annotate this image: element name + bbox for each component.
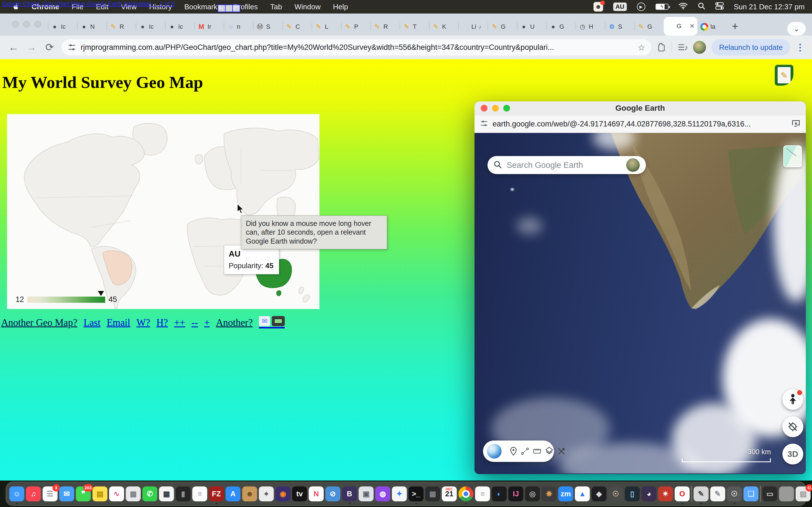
menu-item[interactable]: Help [333, 3, 348, 11]
earth-zoom-button[interactable] [503, 105, 510, 112]
site-settings-icon[interactable] [68, 43, 76, 52]
browser-tab[interactable]: ✎ C [283, 18, 312, 36]
close-window-button[interactable] [12, 21, 18, 27]
dock-item[interactable]: ◕ [642, 487, 656, 501]
browser-tab[interactable]: ✎ P [341, 18, 370, 36]
dock-item[interactable]: ✎ [710, 487, 725, 501]
browser-tab[interactable]: ✎ L [312, 18, 341, 36]
dock-item[interactable]: ∿ [109, 487, 124, 501]
dock-item[interactable]: ✎ [694, 487, 709, 501]
dock-item[interactable]: ⊘ [325, 487, 340, 501]
3d-view-button[interactable]: 3D [782, 444, 803, 464]
dock-item[interactable]: ✉ [59, 487, 74, 501]
dock-item[interactable]: ◍ [375, 487, 390, 501]
dock-item[interactable]: A [225, 487, 241, 501]
pegman-street-view-button[interactable] [782, 389, 803, 410]
notepad-icon[interactable]: ✎ [775, 65, 794, 86]
window-traffic-lights[interactable] [12, 21, 41, 27]
wifi-icon[interactable] [679, 2, 688, 11]
status-app-icon[interactable]: ☻ [594, 2, 603, 11]
tab-search-button[interactable]: ⌄ [787, 22, 806, 36]
new-tab-button[interactable]: + [732, 21, 738, 32]
dock-item[interactable]: ⌖ [259, 487, 274, 501]
dock-item[interactable]: FZ [209, 487, 224, 501]
dock-item[interactable]: ▣ [359, 487, 373, 501]
dock-item[interactable]: ▮ [175, 487, 191, 501]
earth-search-bar[interactable] [488, 156, 646, 174]
layers-icon[interactable] [545, 446, 553, 456]
earth-traffic-lights[interactable] [481, 105, 510, 112]
dock-item[interactable]: ♫ [26, 487, 41, 501]
control-center-icon[interactable] [715, 2, 724, 11]
browser-tab[interactable]: ● N [77, 18, 107, 36]
dock-item[interactable]: >_ [409, 487, 423, 501]
browser-tab[interactable]: ● Ic [48, 18, 77, 36]
address-bar[interactable]: rjmprogramming.com.au/PHP/GeoChart/geo_c… [61, 39, 651, 55]
browser-tab[interactable]: la [698, 18, 727, 36]
page-link[interactable]: ++ [174, 317, 185, 328]
back-button[interactable]: ← [7, 41, 20, 53]
dock-item[interactable]: ✦ [392, 487, 407, 501]
menu-item[interactable]: Tab [270, 3, 282, 11]
bookmark-star-icon[interactable]: ☆ [638, 43, 645, 52]
location-disabled-button[interactable] [782, 416, 803, 437]
menubar-clock[interactable]: Sun 21 Dec 12:37 pm [734, 3, 805, 11]
page-link[interactable]: W? [137, 317, 150, 328]
dock-item[interactable]: ☻ [242, 487, 257, 501]
dock-item[interactable]: ☉ [608, 487, 623, 501]
browser-tab[interactable]: Li ♪ [458, 18, 488, 36]
email-icon-link[interactable]: ✉ [259, 316, 285, 328]
extension-icon[interactable] [657, 42, 666, 52]
dock-item[interactable]: B [342, 487, 357, 501]
browser-tab[interactable]: ◷ H [576, 18, 605, 36]
input-source-badge[interactable]: AU [613, 3, 627, 11]
battery-icon[interactable]: ϟ [656, 4, 668, 10]
dock-item[interactable]: O [675, 487, 690, 501]
add-placemark-icon[interactable] [510, 446, 517, 456]
earth-url-bar[interactable]: earth.google.com/web/@-24.91714697,44.02… [474, 115, 806, 133]
now-playing-icon[interactable]: ▶ [637, 3, 645, 11]
browser-tab[interactable]: ● G [546, 18, 576, 36]
earth-titlebar[interactable]: Google Earth [474, 101, 806, 115]
page-link[interactable]: -- [192, 317, 198, 328]
dock-item[interactable]: ▲ [575, 487, 590, 501]
earth-search-input[interactable] [507, 161, 621, 170]
browser-tab[interactable]: G ✕ [664, 17, 698, 36]
dock-item[interactable]: 21 DEC [442, 487, 457, 501]
browser-tab[interactable]: ● Ic [136, 18, 165, 36]
earth-minimize-button[interactable] [492, 105, 499, 112]
dock-item[interactable]: ❋ [542, 487, 557, 501]
dock-item[interactable]: tv [292, 487, 307, 501]
draw-path-icon[interactable] [521, 446, 529, 456]
dock-item[interactable]: ✆ [142, 487, 157, 501]
forward-button[interactable]: → [26, 41, 38, 53]
minimize-window-button[interactable] [23, 21, 30, 27]
tab-audio-icon[interactable]: ♪ [478, 24, 481, 30]
dock-item[interactable] [691, 486, 692, 502]
dock-item[interactable]: ❏ [744, 487, 758, 501]
overview-minimap[interactable] [783, 145, 802, 167]
dock-item[interactable] [779, 487, 794, 501]
dock-item[interactable]: ▭ [762, 487, 777, 501]
dock-item[interactable]: ≡ [475, 487, 490, 501]
dock-item[interactable]: zm [558, 487, 573, 501]
menu-item[interactable]: Bookmarks [185, 3, 221, 11]
install-app-icon[interactable] [792, 119, 800, 129]
dock-item[interactable]: ≡ [192, 487, 207, 501]
zoom-window-button[interactable] [35, 21, 41, 27]
menu-item[interactable]: Window [294, 3, 320, 11]
dock-item[interactable]: ◆ [592, 487, 606, 501]
spotlight-search-icon[interactable] [698, 2, 705, 11]
dock-item[interactable]: ▦ [425, 487, 440, 501]
dock-item[interactable]: ☺ [9, 487, 24, 501]
browser-tab[interactable]: ✎ G [488, 18, 517, 36]
earth-close-button[interactable] [481, 105, 488, 112]
chrome-menu-button[interactable]: ⋮ [796, 42, 805, 53]
dock-item[interactable]: ▤ [93, 487, 107, 501]
page-link[interactable]: Last [84, 317, 100, 328]
relaunch-to-update-button[interactable]: Relaunch to update [712, 39, 790, 55]
geochart-world-map[interactable]: 12 45 [7, 114, 319, 309]
dock-item[interactable]: ❞ 203 [76, 487, 91, 501]
dock-item[interactable]: N [309, 487, 324, 501]
dock-item[interactable]: ◐ [492, 487, 507, 501]
